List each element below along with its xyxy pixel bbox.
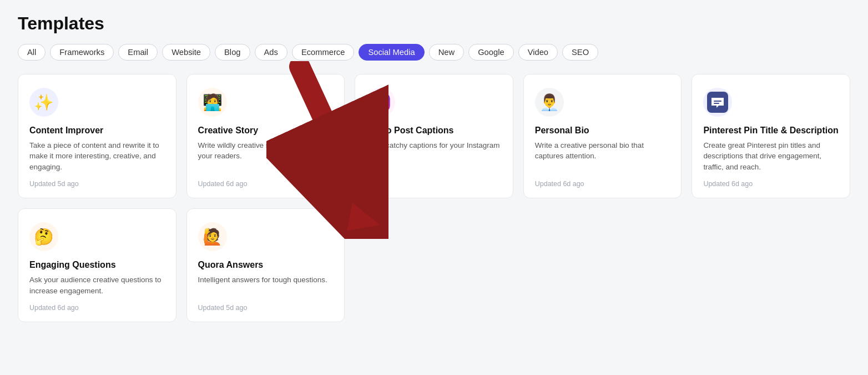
card-creative-story[interactable]: 🧑‍💻 Creative Story Write wildly creative… [186, 74, 345, 198]
card-title-personal-bio: Personal Bio [535, 126, 670, 136]
card-updated-personal-bio: Updated 6d ago [535, 180, 670, 188]
card-icon-photo-post-captions [366, 88, 395, 117]
card-title-photo-post-captions: Photo Post Captions [366, 126, 502, 136]
page-title: Templates [18, 13, 850, 34]
tab-website[interactable]: Website [162, 44, 210, 61]
card-icon-pinterest-pin [703, 88, 732, 117]
tab-ads[interactable]: Ads [255, 44, 287, 61]
svg-point-3 [377, 98, 385, 106]
card-updated-pinterest-pin: Updated 6d ago [703, 180, 839, 188]
tab-new[interactable]: New [429, 44, 464, 61]
card-title-engaging-questions: Engaging Questions [29, 260, 165, 270]
card-quora-answers[interactable]: 🙋 Quora Answers Intelligent answers for … [186, 208, 345, 322]
card-photo-post-captions[interactable]: Photo Post Captions Write catchy caption… [355, 74, 513, 198]
card-desc-creative-story: Write wildly creative stories to engage … [198, 140, 334, 172]
card-desc-pinterest-pin: Create great Pinterest pin titles and de… [703, 140, 839, 172]
card-title-quora-answers: Quora Answers [198, 260, 334, 270]
card-desc-content-improver: Take a piece of content and rewrite it t… [29, 140, 165, 172]
card-desc-engaging-questions: Ask your audience creative questions to … [29, 274, 165, 296]
card-icon-engaging-questions: 🤔 [29, 222, 58, 251]
card-content-improver[interactable]: ✨ Content Improver Take a piece of conte… [18, 74, 176, 198]
tab-frameworks[interactable]: Frameworks [50, 44, 114, 61]
svg-rect-2 [372, 94, 389, 111]
cards-grid: ✨ Content Improver Take a piece of conte… [18, 74, 850, 322]
card-updated-engaging-questions: Updated 6d ago [29, 304, 165, 312]
card-title-content-improver: Content Improver [29, 126, 165, 136]
tab-ecommerce[interactable]: Ecommerce [292, 44, 355, 61]
tab-social-media[interactable]: Social Media [359, 44, 424, 61]
card-icon-personal-bio: 👨‍💼 [535, 88, 564, 117]
card-updated-creative-story: Updated 6d ago [198, 180, 334, 188]
card-title-pinterest-pin: Pinterest Pin Title & Description [703, 126, 839, 136]
card-personal-bio[interactable]: 👨‍💼 Personal Bio Write a creative person… [523, 74, 682, 198]
card-engaging-questions[interactable]: 🤔 Engaging Questions Ask your audience c… [18, 208, 176, 322]
card-updated-quora-answers: Updated 5d ago [198, 304, 334, 312]
card-pinterest-pin[interactable]: Pinterest Pin Title & Description Create… [692, 74, 850, 198]
card-icon-quora-answers: 🙋 [198, 222, 227, 251]
card-icon-creative-story: 🧑‍💻 [198, 88, 227, 117]
tab-seo[interactable]: SEO [562, 44, 598, 61]
card-title-creative-story: Creative Story [198, 126, 334, 136]
card-icon-content-improver: ✨ [29, 88, 58, 117]
tab-blog[interactable]: Blog [215, 44, 250, 61]
card-desc-quora-answers: Intelligent answers for tough questions. [198, 274, 334, 296]
card-desc-photo-post-captions: Write catchy captions for your Instagram… [366, 140, 502, 188]
svg-rect-7 [714, 103, 719, 104]
tabs-container: AllFrameworksEmailWebsiteBlogAdsEcommerc… [18, 44, 850, 61]
card-updated-content-improver: Updated 5d ago [29, 180, 165, 188]
card-desc-personal-bio: Write a creative personal bio that captu… [535, 140, 670, 172]
svg-point-4 [385, 97, 387, 99]
tab-all[interactable]: All [18, 44, 46, 61]
svg-rect-6 [714, 101, 721, 102]
tab-video[interactable]: Video [518, 44, 558, 61]
tab-google[interactable]: Google [468, 44, 513, 61]
tab-email[interactable]: Email [118, 44, 158, 61]
